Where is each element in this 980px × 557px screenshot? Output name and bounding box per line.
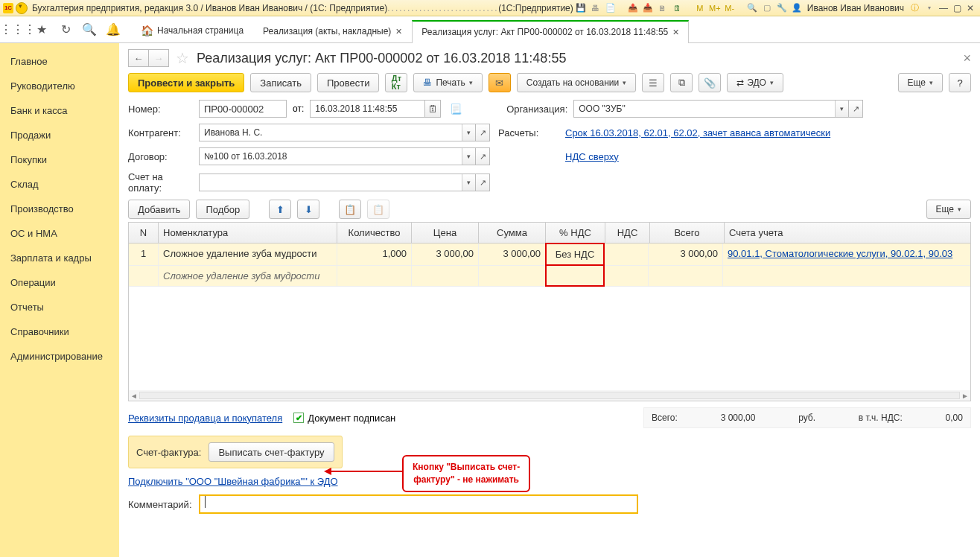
horizontal-scrollbar[interactable]: ◄ ► (129, 390, 970, 401)
col-total[interactable]: Всего (650, 223, 725, 243)
favorite-toggle[interactable]: ☆ (176, 49, 189, 67)
col-acc[interactable]: Счета учета (725, 223, 970, 243)
col-n[interactable]: N (129, 223, 159, 243)
info-dropdown[interactable]: ▾ (923, 2, 935, 14)
date-input[interactable]: 16.03.2018 11:48:55 (310, 100, 425, 118)
signed-checkbox[interactable]: ✔ (293, 413, 304, 423)
chevron-down-icon[interactable]: ▾ (462, 174, 475, 191)
dtkt-button[interactable]: ДтКт (385, 73, 407, 92)
col-vatp[interactable]: % НДС (546, 223, 605, 243)
edo-button[interactable]: ⇄ЭДО▾ (727, 73, 783, 92)
more-button[interactable]: Еще▾ (898, 73, 943, 92)
move-up-button[interactable]: ⬆ (269, 200, 291, 219)
nav-warehouse[interactable]: Склад (0, 172, 119, 197)
pick-button[interactable]: Подбор (196, 200, 249, 219)
org-select[interactable]: ООО "ЗУБ" ▾ ↗ (573, 100, 849, 118)
m-plus-icon[interactable]: M+ (709, 2, 721, 14)
open-ref-icon[interactable]: ↗ (848, 100, 863, 118)
apps-icon[interactable]: ⋮⋮⋮ (9, 21, 27, 39)
zoom-icon[interactable]: 🔍 (746, 2, 758, 14)
table-subrow[interactable]: Сложное удаление зуба мудрости (129, 265, 970, 286)
copy-button[interactable]: 📋 (339, 200, 361, 219)
print-icon[interactable]: 🖶 (590, 2, 602, 14)
open-ref-icon[interactable]: ↗ (475, 124, 490, 141)
close-icon[interactable]: ✕ (672, 28, 679, 37)
bell-icon[interactable]: 🔔 (104, 21, 122, 39)
nav-bank[interactable]: Банк и касса (0, 98, 119, 123)
table-more-button[interactable]: Еще▾ (926, 200, 971, 219)
history-icon[interactable]: ↻ (57, 21, 74, 39)
back-button[interactable]: ← (128, 49, 149, 67)
print-button[interactable]: 🖶Печать▾ (413, 73, 482, 92)
open-ref-icon[interactable]: ↗ (475, 174, 490, 191)
write-button[interactable]: Записать (250, 73, 311, 92)
create-based-button[interactable]: Создать на основании▾ (517, 73, 637, 92)
contractor-select[interactable]: Иванова Н. С. ▾ ↗ (199, 124, 476, 141)
connect-edo-link[interactable]: Подключить "ООО "Швейная фабрика"" к ЭДО (128, 476, 338, 487)
chevron-down-icon[interactable]: ▾ (462, 124, 475, 141)
add-row-button[interactable]: Добавить (128, 200, 190, 219)
nav-purchases[interactable]: Покупки (0, 147, 119, 172)
calc-link[interactable]: Срок 16.03.2018, 62.01, 62.02, зачет ава… (565, 127, 830, 139)
favorite-icon[interactable]: ★ (33, 21, 51, 39)
doc-icon[interactable]: 📄 (605, 2, 617, 14)
contract-select[interactable]: №100 от 16.03.2018 ▾ ↗ (199, 147, 476, 165)
scroll-left-icon[interactable]: ◄ (129, 392, 139, 400)
nav-manager[interactable]: Руководителю (0, 74, 119, 98)
paste-button[interactable]: 📋 (367, 200, 389, 219)
m-minus-icon[interactable]: M- (724, 2, 736, 14)
send-icon[interactable]: 📤 (627, 2, 639, 14)
attach-button[interactable]: 📎 (699, 73, 721, 92)
help-button[interactable]: ? (949, 73, 971, 92)
forward-button[interactable]: → (148, 49, 169, 67)
table-row[interactable]: 1 Сложное удаление зуба мудрости 1,000 3… (129, 244, 970, 265)
seller-buyer-link[interactable]: Реквизиты продавца и покупателя (128, 413, 282, 424)
invoice-acc-select[interactable]: ▾ ↗ (199, 174, 476, 191)
search-icon[interactable]: 🔍 (80, 21, 98, 39)
open-ref-icon[interactable]: ↗ (475, 147, 490, 165)
save-icon[interactable]: 💾 (575, 2, 587, 14)
scroll-right-icon[interactable]: ► (960, 392, 970, 400)
col-nom[interactable]: Номенклатура (159, 223, 337, 243)
issue-invoice-button[interactable]: Выписать счет-фактуру (209, 442, 334, 462)
related-button[interactable]: ⧉ (670, 73, 693, 92)
tab-home[interactable]: 🏠 Начальная страница (131, 19, 253, 42)
close-page-button[interactable]: × (963, 51, 971, 66)
nav-catalogs[interactable]: Справочники (0, 319, 119, 344)
structure-button[interactable]: ☰ (642, 73, 664, 92)
nav-assets[interactable]: ОС и НМА (0, 221, 119, 246)
nav-operations[interactable]: Операции (0, 270, 119, 295)
nav-main[interactable]: Главное (0, 49, 119, 74)
tool-icon[interactable]: 🔧 (776, 2, 788, 14)
nav-hr[interactable]: Зарплата и кадры (0, 246, 119, 270)
scroll-track[interactable] (139, 392, 960, 399)
nav-admin[interactable]: Администрирование (0, 344, 119, 369)
nav-production[interactable]: Производство (0, 197, 119, 221)
close-button[interactable]: ✕ (964, 2, 977, 14)
tab-sales-list[interactable]: Реализация (акты, накладные) ✕ (253, 20, 412, 42)
window-icon[interactable]: ▢ (761, 2, 773, 14)
mail-button[interactable]: ✉ (489, 73, 511, 92)
col-sum[interactable]: Сумма (479, 223, 546, 243)
post-and-close-button[interactable]: Провести и закрыть (128, 73, 244, 92)
col-vat[interactable]: НДС (605, 223, 650, 243)
info-icon[interactable]: ⓘ (909, 2, 920, 14)
calendar-icon[interactable]: 🗓 (672, 2, 684, 14)
accounts-link[interactable]: 90.01.1, Стоматологические услуги, 90.02… (728, 248, 952, 259)
move-down-button[interactable]: ⬇ (297, 200, 319, 219)
chevron-down-icon[interactable]: ▾ (462, 148, 475, 165)
maximize-button[interactable]: ▢ (950, 2, 964, 14)
receive-icon[interactable]: 📥 (642, 2, 654, 14)
minimize-button[interactable]: — (937, 2, 950, 14)
chevron-down-icon[interactable]: ▾ (835, 101, 848, 117)
tab-document[interactable]: Реализация услуг: Акт ПР00-000002 от 16.… (412, 20, 689, 43)
nav-sales[interactable]: Продажи (0, 123, 119, 147)
post-button[interactable]: Провести (317, 73, 380, 92)
col-price[interactable]: Цена (412, 223, 479, 243)
col-qty[interactable]: Количество (337, 223, 412, 243)
vat-mode-link[interactable]: НДС сверху (565, 151, 619, 162)
calendar-picker-icon[interactable]: 🗓 (424, 100, 441, 118)
main-menu-dropdown[interactable] (16, 2, 28, 14)
m-icon[interactable]: M (694, 2, 706, 14)
comment-input[interactable] (199, 494, 638, 514)
